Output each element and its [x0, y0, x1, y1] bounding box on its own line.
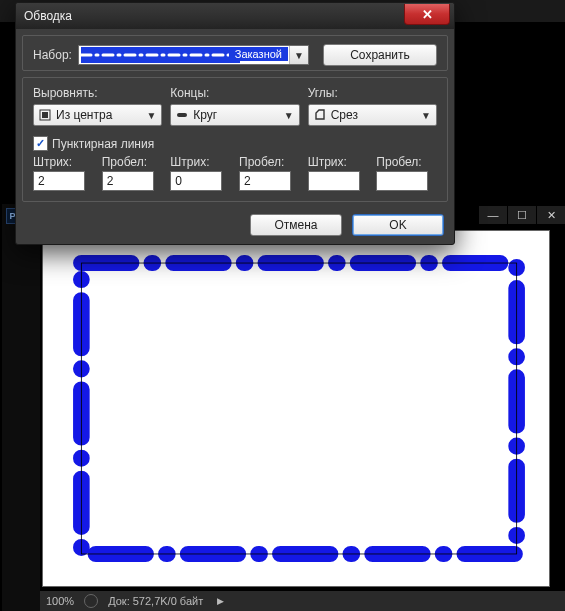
status-icon	[84, 594, 98, 608]
dialog-titlebar[interactable]: Обводка ✕	[16, 3, 454, 29]
dash-header: Штрих:	[33, 155, 94, 169]
gap-value-2[interactable]	[239, 171, 291, 191]
ok-button[interactable]: OK	[352, 214, 444, 236]
options-group: Выровнять: Из центра ▼ Концы: Круг ▼	[22, 77, 448, 202]
host-minimize-button[interactable]: —	[479, 206, 507, 224]
svg-rect-4	[42, 112, 48, 118]
zoom-level[interactable]: 100%	[46, 595, 74, 607]
cap-round-icon	[175, 108, 189, 122]
document-canvas[interactable]	[42, 230, 550, 587]
preset-pattern-preview	[81, 47, 240, 63]
dialog-title: Обводка	[24, 9, 72, 23]
align-value: Из центра	[56, 108, 112, 122]
svg-rect-1	[81, 263, 516, 554]
preset-label: Набор:	[33, 48, 72, 62]
chevron-down-icon: ▼	[289, 46, 308, 64]
host-close-button[interactable]: ✕	[537, 206, 565, 224]
dash-header: Пробел:	[102, 155, 163, 169]
preset-dropdown[interactable]: Заказной ▼	[78, 45, 309, 65]
gap-value-3[interactable]	[376, 171, 428, 191]
close-icon: ✕	[422, 7, 433, 22]
chevron-down-icon: ▼	[143, 105, 159, 125]
chevron-down-icon: ▼	[281, 105, 297, 125]
stroke-dialog: Обводка ✕ Набор: Заказной ▼ Сохранить В	[15, 2, 455, 245]
dash-value-3[interactable]	[308, 171, 360, 191]
dash-pattern-grid: Штрих: Пробел: Штрих: Пробел: Штрих:	[33, 155, 437, 191]
doc-info: Док: 572,7K/0 байт	[108, 595, 203, 607]
dash-header: Штрих:	[170, 155, 231, 169]
caps-dropdown[interactable]: Круг ▼	[170, 104, 299, 126]
status-bar: 100% Док: 572,7K/0 байт ▶	[40, 591, 565, 611]
align-label: Выровнять:	[33, 86, 162, 100]
cancel-button[interactable]: Отмена	[250, 214, 342, 236]
dash-header: Пробел:	[376, 155, 437, 169]
dash-header: Штрих:	[308, 155, 369, 169]
caps-label: Концы:	[170, 86, 299, 100]
toolstrip: Ps	[2, 204, 40, 611]
dialog-close-button[interactable]: ✕	[404, 4, 450, 25]
dash-value-1[interactable]	[33, 171, 85, 191]
dashed-rectangle-shape[interactable]	[71, 253, 527, 564]
save-preset-button[interactable]: Сохранить	[323, 44, 437, 66]
svg-rect-0	[81, 263, 516, 554]
corners-label: Углы:	[308, 86, 437, 100]
align-dropdown[interactable]: Из центра ▼	[33, 104, 162, 126]
corners-dropdown[interactable]: Срез ▼	[308, 104, 437, 126]
dashed-line-label: Пунктирная линия	[52, 137, 154, 151]
gap-value-1[interactable]	[102, 171, 154, 191]
caps-value: Круг	[193, 108, 217, 122]
preset-value: Заказной	[229, 47, 288, 61]
status-arrow-icon[interactable]: ▶	[217, 596, 224, 606]
host-window-buttons: — ☐ ✕	[478, 204, 565, 226]
dash-value-2[interactable]	[170, 171, 222, 191]
chevron-down-icon: ▼	[418, 105, 434, 125]
dash-header: Пробел:	[239, 155, 300, 169]
host-maximize-button[interactable]: ☐	[508, 206, 536, 224]
align-center-icon	[38, 108, 52, 122]
svg-rect-5	[177, 113, 187, 117]
corner-bevel-icon	[313, 108, 327, 122]
corners-value: Срез	[331, 108, 358, 122]
dashed-line-checkbox[interactable]: ✓	[33, 136, 48, 151]
preset-group: Набор: Заказной ▼ Сохранить	[22, 35, 448, 71]
dialog-button-row: Отмена OK	[16, 208, 454, 244]
